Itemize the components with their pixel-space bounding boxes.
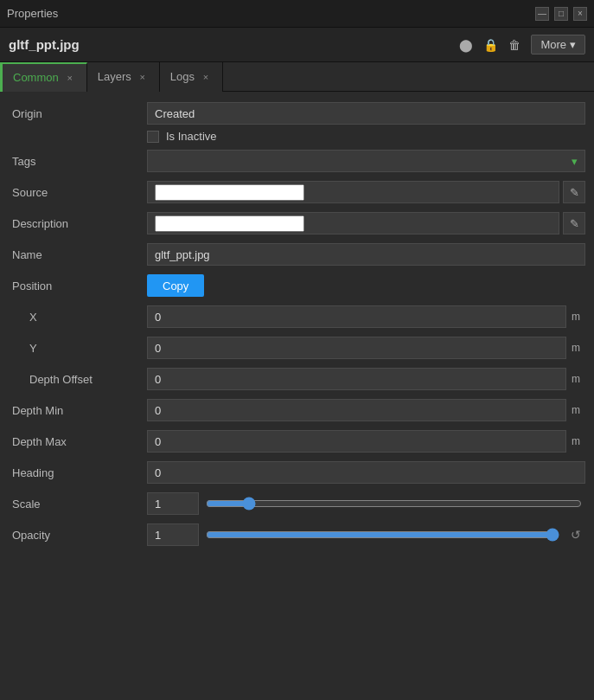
x-label: X [9, 311, 147, 324]
source-field-group: ✎ [147, 181, 585, 203]
title-bar-label: Properties [7, 7, 535, 20]
is-inactive-label: Is Inactive [166, 130, 217, 143]
name-value[interactable]: gltf_ppt.jpg [147, 243, 585, 266]
depth-min-input[interactable] [155, 404, 559, 417]
tab-logs-label: Logs [170, 70, 195, 83]
tags-field[interactable]: ▾ [147, 150, 585, 172]
y-input[interactable] [155, 342, 559, 355]
scale-value-field[interactable] [147, 492, 199, 515]
copy-button[interactable]: Copy [147, 274, 204, 297]
opacity-label: Opacity [9, 529, 147, 542]
heading-input[interactable] [155, 466, 578, 479]
y-field[interactable] [147, 337, 566, 359]
trash-icon[interactable]: 🗑 [508, 38, 521, 52]
heading-label: Heading [9, 466, 147, 479]
description-edit-button[interactable]: ✎ [563, 212, 585, 234]
scale-slider[interactable] [206, 497, 582, 511]
depth-offset-label: Depth Offset [9, 373, 147, 386]
opacity-slider-container: ↺ [147, 523, 585, 546]
heading-field[interactable] [147, 461, 585, 484]
tab-logs-close[interactable]: × [200, 71, 212, 83]
name-row: Name gltf_ppt.jpg [9, 240, 585, 269]
tab-layers-label: Layers [98, 70, 131, 83]
is-inactive-checkbox[interactable] [147, 131, 159, 143]
title-bar-controls: — □ × [535, 7, 587, 21]
source-label: Source [9, 186, 147, 199]
tags-label: Tags [9, 155, 147, 168]
description-input[interactable] [147, 212, 559, 234]
scale-slider-container [147, 492, 585, 515]
tab-layers-close[interactable]: × [137, 71, 149, 83]
tab-common-close[interactable]: × [64, 72, 76, 84]
more-label: More [540, 38, 566, 51]
header-icons: ⬤ 🔒 🗑 More ▾ [459, 35, 585, 55]
name-label: Name [9, 248, 147, 261]
y-row: Y m [9, 333, 585, 363]
source-edit-button[interactable]: ✎ [563, 181, 585, 203]
description-row: Description ✎ [9, 209, 585, 238]
scale-label: Scale [9, 498, 147, 511]
source-row: Source ✎ [9, 177, 585, 207]
tab-logs[interactable]: Logs × [160, 62, 223, 92]
opacity-value-input[interactable] [155, 529, 191, 542]
tab-layers[interactable]: Layers × [87, 62, 160, 92]
maximize-button[interactable]: □ [554, 7, 568, 21]
depth-offset-field[interactable] [147, 368, 566, 390]
more-button[interactable]: More ▾ [531, 35, 585, 55]
position-row: Position Copy [9, 271, 585, 300]
source-input[interactable] [147, 181, 559, 203]
scale-value-input[interactable] [155, 498, 191, 511]
x-unit: m [566, 311, 585, 323]
tags-row: Tags ▾ [9, 146, 585, 176]
opacity-reset-button[interactable]: ↺ [566, 525, 585, 544]
tab-common-label: Common [13, 71, 59, 84]
source-text-input[interactable] [155, 184, 304, 201]
app-header: gltf_ppt.jpg ⬤ 🔒 🗑 More ▾ [0, 28, 594, 62]
scale-row: Scale [9, 489, 585, 518]
depth-max-unit: m [566, 435, 585, 447]
lock-icon[interactable]: 🔒 [483, 38, 498, 52]
position-label: Position [9, 279, 147, 292]
x-input[interactable] [155, 311, 559, 324]
origin-row: Origin Created [9, 99, 585, 128]
description-text-input[interactable] [155, 215, 304, 232]
depth-min-field[interactable] [147, 399, 566, 421]
more-chevron-icon: ▾ [570, 38, 576, 51]
depth-max-label: Depth Max [9, 435, 147, 448]
depth-max-row: Depth Max m [9, 427, 585, 456]
source-edit-icon: ✎ [570, 186, 579, 199]
y-unit: m [566, 342, 585, 354]
depth-max-input[interactable] [155, 435, 559, 448]
depth-min-row: Depth Min m [9, 395, 585, 425]
tabs-bar: Common × Layers × Logs × [0, 62, 594, 92]
opacity-slider[interactable] [206, 528, 559, 542]
pin-icon[interactable]: ⬤ [459, 38, 473, 52]
depth-offset-row: Depth Offset m [9, 364, 585, 394]
description-edit-icon: ✎ [570, 217, 579, 230]
depth-offset-input[interactable] [155, 373, 559, 386]
close-button[interactable]: × [573, 7, 587, 21]
depth-max-field[interactable] [147, 430, 566, 453]
depth-min-label: Depth Min [9, 404, 147, 417]
depth-min-unit: m [566, 404, 585, 416]
is-inactive-row: Is Inactive [147, 130, 585, 143]
minimize-button[interactable]: — [535, 7, 549, 21]
y-label: Y [9, 342, 147, 355]
description-label: Description [9, 217, 147, 230]
x-row: X m [9, 302, 585, 331]
tab-common[interactable]: Common × [0, 62, 87, 92]
origin-value: Created [147, 102, 585, 125]
app-title: gltf_ppt.jpg [9, 37, 459, 52]
description-field-group: ✎ [147, 212, 585, 234]
tags-dropdown-icon[interactable]: ▾ [572, 155, 578, 168]
depth-offset-unit: m [566, 373, 585, 385]
title-bar: Properties — □ × [0, 0, 594, 28]
x-field[interactable] [147, 305, 566, 328]
origin-label: Origin [9, 107, 147, 120]
opacity-value-field[interactable] [147, 523, 199, 546]
content-area: Origin Created Is Inactive Tags ▾ Source… [0, 92, 594, 700]
opacity-row: Opacity ↺ [9, 520, 585, 549]
heading-row: Heading [9, 458, 585, 487]
